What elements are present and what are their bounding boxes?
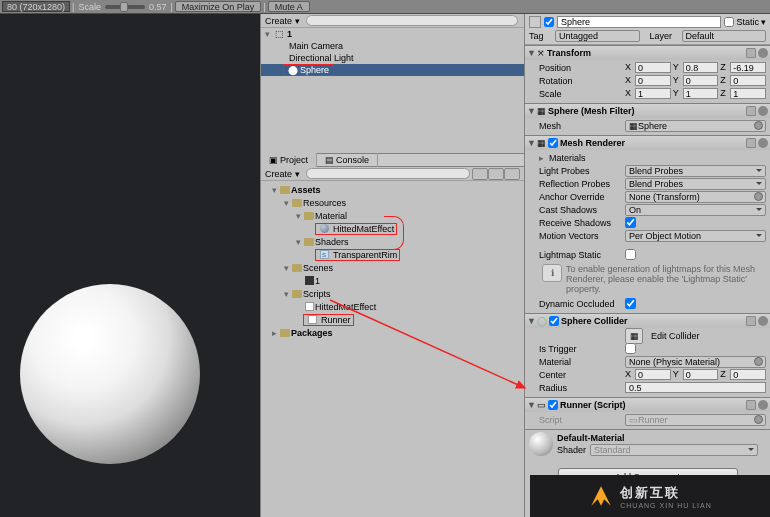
- cen-x[interactable]: 0: [635, 369, 671, 380]
- script-hitted[interactable]: HittedMatEffect: [261, 300, 524, 313]
- help-icon[interactable]: [746, 106, 756, 116]
- project-create-dropdown[interactable]: Create ▾: [265, 169, 300, 179]
- transform-icon: ⤧: [537, 48, 545, 58]
- renderer-enabled[interactable]: [548, 138, 558, 148]
- trigger-checkbox[interactable]: [625, 343, 636, 354]
- gameobject-active-checkbox[interactable]: [544, 17, 554, 27]
- gear-icon[interactable]: [758, 138, 768, 148]
- scl-y[interactable]: 1: [683, 88, 719, 99]
- tab-project[interactable]: ▣Project: [261, 153, 317, 167]
- search-filter2-icon[interactable]: [488, 168, 504, 180]
- edit-collider-button[interactable]: ▦: [625, 328, 643, 344]
- mesh-icon: ▦: [537, 106, 546, 116]
- folder-scripts[interactable]: ▾Scripts: [261, 287, 524, 300]
- inspector-panel: Sphere Static ▾ Tag Untagged Layer Defau…: [525, 14, 770, 517]
- mute-button[interactable]: Mute A: [268, 1, 310, 12]
- lightmap-info: ℹTo enable generation of lightmaps for t…: [539, 261, 766, 297]
- hierarchy-item-camera[interactable]: Main Camera: [261, 40, 524, 52]
- folder-resources[interactable]: ▾Resources: [261, 196, 524, 209]
- folder-scenes[interactable]: ▾Scenes: [261, 261, 524, 274]
- folder-icon: ▣: [269, 155, 278, 165]
- gear-icon[interactable]: [758, 48, 768, 58]
- dynocc-checkbox[interactable]: [625, 298, 636, 309]
- project-tabs: ▣Project ▤Console: [261, 153, 524, 167]
- watermark-logo-icon: [588, 483, 614, 509]
- hierarchy-toolbar: Create ▾: [261, 14, 524, 28]
- help-icon[interactable]: [746, 316, 756, 326]
- gear-icon[interactable]: [758, 316, 768, 326]
- anchor-field[interactable]: None (Transform): [625, 191, 766, 203]
- help-icon[interactable]: [746, 400, 756, 410]
- recv-checkbox[interactable]: [625, 217, 636, 228]
- maximize-button[interactable]: Maximize On Play: [175, 1, 262, 12]
- hierarchy-panel[interactable]: ▾⬚1 Main Camera Directional Light ⬤Spher…: [261, 28, 524, 153]
- script-icon: ▭: [537, 400, 546, 410]
- gameobject-icon: [529, 16, 541, 28]
- meshfilter-header[interactable]: ▼▦Sphere (Mesh Filter): [525, 104, 770, 118]
- collider-enabled[interactable]: [549, 316, 559, 326]
- game-view[interactable]: [0, 14, 260, 517]
- info-icon: ℹ: [542, 264, 562, 282]
- cen-z[interactable]: 0: [730, 369, 766, 380]
- favorite-icon[interactable]: [504, 168, 520, 180]
- tab-console[interactable]: ▤Console: [317, 153, 378, 167]
- scene-root[interactable]: ▾⬚1: [261, 28, 524, 40]
- help-icon[interactable]: [746, 48, 756, 58]
- folder-shaders[interactable]: ▾Shaders: [261, 235, 524, 248]
- pos-x[interactable]: 0: [635, 62, 671, 73]
- motion-dropdown[interactable]: Per Object Motion: [625, 230, 766, 242]
- radius-field[interactable]: 0.5: [625, 382, 766, 393]
- scl-z[interactable]: 1: [730, 88, 766, 99]
- folder-assets[interactable]: ▾Assets: [261, 183, 524, 196]
- search-filter-icon[interactable]: [472, 168, 488, 180]
- physmat-field[interactable]: None (Physic Material): [625, 356, 766, 368]
- watermark: 创新互联CHUANG XIN HU LIAN: [530, 475, 770, 517]
- cast-dropdown[interactable]: On: [625, 204, 766, 216]
- lightmap-checkbox[interactable]: [625, 249, 636, 260]
- pos-y[interactable]: 0.8: [683, 62, 719, 73]
- hierarchy-create-dropdown[interactable]: Create ▾: [265, 16, 300, 26]
- rot-y[interactable]: 0: [683, 75, 719, 86]
- game-toolbar: 80 (720x1280) | Scale 0.57 | Maximize On…: [0, 0, 770, 14]
- rot-x[interactable]: 0: [635, 75, 671, 86]
- hierarchy-search[interactable]: [306, 15, 518, 26]
- project-toolbar: Create ▾: [261, 167, 524, 181]
- resolution-dropdown[interactable]: 80 (720x1280): [2, 1, 70, 12]
- folder-packages[interactable]: ▸Packages: [261, 326, 524, 339]
- help-icon[interactable]: [746, 138, 756, 148]
- hierarchy-item-sphere[interactable]: ⬤Sphere: [261, 64, 524, 76]
- reflection-dropdown[interactable]: Blend Probes: [625, 178, 766, 190]
- transform-header[interactable]: ▼⤧Transform: [525, 46, 770, 60]
- pos-z[interactable]: -6.19: [730, 62, 766, 73]
- material-asset[interactable]: HittedMatEffect: [261, 222, 524, 235]
- folder-material[interactable]: ▾Material: [261, 209, 524, 222]
- renderer-icon: ▦: [537, 138, 546, 148]
- cen-y[interactable]: 0: [683, 369, 719, 380]
- rot-z[interactable]: 0: [730, 75, 766, 86]
- gear-icon[interactable]: [758, 106, 768, 116]
- gameobject-name-field[interactable]: Sphere: [557, 16, 721, 28]
- scale-value: 0.57: [147, 2, 169, 12]
- project-search[interactable]: [306, 168, 470, 179]
- material-preview[interactable]: Default-Material ShaderStandard: [525, 429, 770, 458]
- runner-enabled[interactable]: [548, 400, 558, 410]
- project-tree[interactable]: ▾Assets ▾Resources ▾Material HittedMatEf…: [261, 181, 524, 517]
- shader-dropdown[interactable]: Standard: [590, 444, 758, 456]
- lightprobes-dropdown[interactable]: Blend Probes: [625, 165, 766, 177]
- collider-header[interactable]: ▼◯Sphere Collider: [525, 314, 770, 328]
- runner-header[interactable]: ▼▭Runner (Script): [525, 398, 770, 412]
- script-runner[interactable]: Runner: [261, 313, 524, 326]
- layer-dropdown[interactable]: Default: [682, 30, 767, 42]
- gear-icon[interactable]: [758, 400, 768, 410]
- static-toggle[interactable]: Static ▾: [724, 17, 766, 27]
- scl-x[interactable]: 1: [635, 88, 671, 99]
- scene-asset[interactable]: 1: [261, 274, 524, 287]
- hierarchy-item-light[interactable]: Directional Light: [261, 52, 524, 64]
- tag-dropdown[interactable]: Untagged: [555, 30, 640, 42]
- script-field[interactable]: ▭ Runner: [625, 414, 766, 426]
- renderer-header[interactable]: ▼▦Mesh Renderer: [525, 136, 770, 150]
- collider-icon: ◯: [537, 316, 547, 326]
- shader-asset[interactable]: STransparentRim: [261, 248, 524, 261]
- scale-slider[interactable]: [105, 5, 145, 9]
- mesh-field[interactable]: ▦ Sphere: [625, 120, 766, 132]
